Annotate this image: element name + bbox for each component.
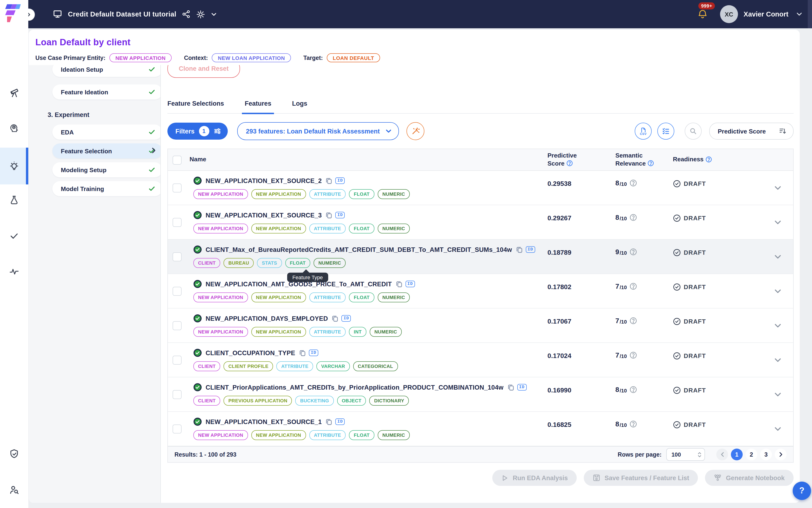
- rail-item-feature-icon[interactable]: [0, 147, 28, 184]
- expand-row-chevron-icon[interactable]: [774, 390, 782, 398]
- avatar[interactable]: XC: [720, 5, 738, 23]
- id-badge[interactable]: ID: [406, 281, 415, 287]
- expand-row-chevron-icon[interactable]: [774, 184, 782, 192]
- rail-item-ideation-icon[interactable]: [0, 113, 28, 143]
- rail-item-user-search-icon[interactable]: [0, 474, 28, 505]
- page-2-button[interactable]: 2: [746, 449, 757, 460]
- id-badge[interactable]: ID: [342, 315, 351, 322]
- step-eda[interactable]: EDA: [52, 125, 161, 140]
- rail-item-monitoring-icon[interactable]: [0, 257, 28, 287]
- active-step-chevron-icon[interactable]: [150, 147, 157, 154]
- rail-item-validation-icon[interactable]: [0, 221, 28, 251]
- copy-icon[interactable]: [326, 418, 333, 425]
- share-icon[interactable]: [182, 10, 190, 18]
- table-row[interactable]: NEW_APPLICATION_AMT_GOODS_PRICE_To_AMT_C…: [168, 274, 793, 308]
- question-icon[interactable]: [648, 160, 654, 167]
- expand-row-chevron-icon[interactable]: [774, 287, 782, 295]
- table-row[interactable]: CLIENT_PriorApplications_AMT_CREDITs_by_…: [168, 377, 793, 412]
- question-icon[interactable]: [630, 283, 637, 290]
- table-row[interactable]: NEW_APPLICATION_EXT_SOURCE_3 ID NEW APPL…: [168, 205, 793, 240]
- row-checkbox[interactable]: [173, 356, 182, 365]
- id-badge[interactable]: ID: [517, 384, 527, 390]
- question-icon[interactable]: [630, 248, 637, 256]
- copy-icon[interactable]: [507, 384, 514, 391]
- tab-feature-selections[interactable]: Feature Selections: [167, 93, 224, 113]
- expand-row-chevron-icon[interactable]: [774, 356, 782, 364]
- page-next-button[interactable]: [775, 449, 786, 460]
- expand-row-chevron-icon[interactable]: [774, 218, 782, 226]
- table-row[interactable]: NEW_APPLICATION_DAYS_EMPLOYED ID NEW APP…: [168, 308, 793, 343]
- id-badge[interactable]: ID: [335, 418, 345, 425]
- copy-icon[interactable]: [332, 315, 339, 322]
- save-features-button[interactable]: Save Features / Feature List: [584, 470, 698, 486]
- row-checkbox[interactable]: [173, 390, 182, 399]
- project-chevron-down-icon[interactable]: [211, 11, 217, 17]
- row-checkbox[interactable]: [173, 425, 182, 433]
- table-row[interactable]: CLIENT_Max_of_BureauReportedCredits_AMT_…: [168, 240, 793, 274]
- expand-row-chevron-icon[interactable]: [774, 425, 782, 433]
- scrollbar-track[interactable]: [808, 0, 812, 28]
- row-checkbox[interactable]: [173, 287, 182, 296]
- id-badge[interactable]: ID: [309, 349, 318, 356]
- gear-icon[interactable]: [196, 10, 205, 18]
- notifications-bell[interactable]: 999+: [697, 9, 708, 19]
- expand-row-chevron-icon[interactable]: [774, 322, 782, 330]
- copy-icon[interactable]: [516, 246, 523, 253]
- copy-icon[interactable]: [396, 281, 403, 288]
- page-3-button[interactable]: 3: [760, 449, 772, 460]
- table-row[interactable]: CLIENT_OCCUPATION_TYPE ID CLIENT CLIENT …: [168, 343, 793, 377]
- select-all-checkbox[interactable]: [173, 156, 182, 165]
- generate-notebook-button[interactable]: Generate Notebook: [705, 470, 794, 486]
- row-checkbox[interactable]: [173, 321, 182, 330]
- expand-row-chevron-icon[interactable]: [774, 253, 782, 261]
- row-checkbox[interactable]: [173, 252, 182, 261]
- question-icon[interactable]: [630, 386, 637, 393]
- tab-features[interactable]: Features: [245, 93, 271, 113]
- rail-item-governance-icon[interactable]: [0, 439, 28, 469]
- step-model-training[interactable]: Model Training: [52, 181, 161, 196]
- export-csv-button[interactable]: CSV: [635, 123, 652, 140]
- checklist-button[interactable]: [657, 123, 674, 140]
- user-menu-chevron-icon[interactable]: [796, 11, 803, 17]
- question-icon[interactable]: [630, 317, 637, 325]
- tag-dtype: FLOAT: [349, 292, 374, 302]
- copy-icon[interactable]: [299, 349, 306, 356]
- id-badge[interactable]: ID: [526, 246, 535, 253]
- copy-icon[interactable]: [326, 212, 333, 219]
- step-ideation-setup[interactable]: Ideation Setup: [52, 65, 161, 77]
- id-badge[interactable]: ID: [335, 212, 345, 218]
- rail-item-telescope-icon[interactable]: [0, 77, 28, 108]
- step-feature-ideation[interactable]: Feature Ideation: [52, 84, 161, 99]
- sort-dropdown[interactable]: Predictive Score: [709, 123, 794, 140]
- user-name[interactable]: Xavier Conort: [743, 10, 788, 18]
- question-icon[interactable]: [630, 420, 637, 428]
- question-icon[interactable]: [630, 214, 637, 221]
- search-button[interactable]: [685, 123, 702, 140]
- id-badge[interactable]: ID: [335, 177, 345, 184]
- help-button[interactable]: ?: [793, 481, 811, 500]
- rows-per-page-input[interactable]: 100: [666, 448, 705, 461]
- filters-button[interactable]: Filters 1: [167, 123, 228, 140]
- table-row[interactable]: NEW_APPLICATION_EXT_SOURCE_2 ID NEW APPL…: [168, 171, 793, 205]
- question-icon[interactable]: [630, 351, 637, 359]
- page-1-button[interactable]: 1: [731, 449, 743, 460]
- run-eda-analysis-button[interactable]: Run EDA Analysis: [493, 470, 577, 486]
- tab-logs[interactable]: Logs: [292, 93, 308, 113]
- page-prev-button[interactable]: [716, 449, 728, 460]
- step-feature-selection[interactable]: Feature Selection: [52, 143, 161, 159]
- step-label: Feature Selection: [61, 147, 112, 155]
- feature-ready-check-icon: [193, 383, 202, 391]
- table-row[interactable]: NEW_APPLICATION_EXT_SOURCE_1 ID NEW APPL…: [168, 412, 793, 446]
- clone-and-reset-button[interactable]: Clone and Reset: [167, 65, 240, 78]
- feature-list-dropdown[interactable]: 293 features: Loan Default Risk Assessme…: [237, 122, 399, 140]
- question-icon[interactable]: [706, 156, 712, 163]
- rail-item-experiment-icon[interactable]: [0, 185, 28, 215]
- rows-per-page-stepper[interactable]: [697, 452, 702, 457]
- question-icon[interactable]: [630, 179, 637, 187]
- magic-wand-button[interactable]: [407, 122, 424, 140]
- row-checkbox[interactable]: [173, 183, 182, 193]
- row-checkbox[interactable]: [173, 218, 182, 227]
- question-icon[interactable]: [566, 160, 573, 167]
- copy-icon[interactable]: [326, 177, 333, 184]
- step-modeling-setup[interactable]: Modeling Setup: [52, 162, 161, 177]
